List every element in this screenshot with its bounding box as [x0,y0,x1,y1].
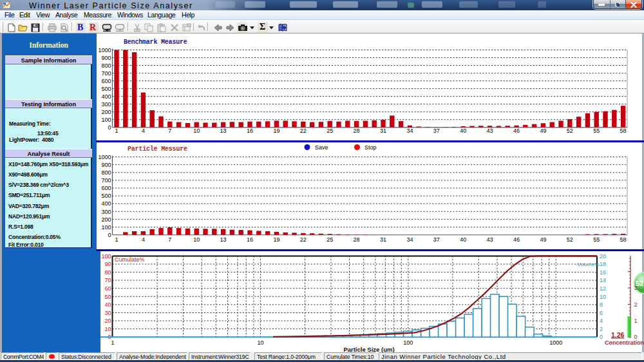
svg-text:37: 37 [433,236,440,243]
svg-text:0: 0 [600,334,603,340]
svg-text:Concentration: Concentration [605,339,644,346]
svg-text:40: 40 [460,236,466,243]
svg-text:52: 52 [567,236,573,243]
svg-text:13: 13 [220,236,227,243]
svg-text:25: 25 [327,128,333,134]
svg-text:6: 6 [600,310,603,316]
svg-text:49: 49 [540,128,546,134]
svg-text:Particle Size (um): Particle Size (um) [343,346,394,352]
svg-text:60: 60 [104,285,111,292]
svg-text:18: 18 [600,261,606,267]
svg-text:300: 300 [101,101,111,108]
svg-text:300: 300 [101,209,111,215]
svg-text:100: 100 [101,117,111,123]
svg-text:200: 200 [101,216,111,223]
svg-text:7: 7 [168,236,171,243]
svg-text:90: 90 [104,261,111,267]
svg-text:0: 0 [108,124,111,131]
svg-text:1: 1 [634,318,638,324]
svg-text:4: 4 [142,236,145,243]
svg-text:22: 22 [300,128,307,134]
svg-text:34: 34 [406,128,413,134]
svg-text:10: 10 [600,294,606,300]
svg-text:31: 31 [380,236,386,243]
svg-text:40: 40 [104,301,111,308]
svg-text:31: 31 [380,128,386,134]
svg-text:500: 500 [101,193,111,199]
svg-text:900: 900 [101,55,111,61]
svg-text:16: 16 [247,128,253,134]
svg-text:46: 46 [513,128,520,134]
svg-text:600: 600 [101,185,111,191]
svg-text:500: 500 [101,86,111,92]
svg-text:19: 19 [273,128,279,134]
svg-text:80: 80 [104,269,111,276]
svg-text:700: 700 [101,177,111,184]
svg-text:900: 900 [101,162,111,168]
svg-text:Stop: Stop [365,144,377,151]
svg-text:Particle Messure: Particle Messure [128,146,187,153]
svg-text:16: 16 [247,236,253,243]
svg-text:1000: 1000 [98,154,111,160]
svg-text:4: 4 [142,128,145,134]
svg-text:20: 20 [600,253,606,260]
svg-text:-Volume%: -Volume% [576,262,599,267]
svg-text:46: 46 [513,236,520,243]
svg-text:70: 70 [104,277,111,283]
svg-text:30: 30 [104,310,111,316]
svg-text:50: 50 [104,294,111,300]
svg-text:2: 2 [634,301,638,308]
svg-text:16: 16 [600,269,606,276]
svg-text:43: 43 [487,128,493,134]
svg-text:400: 400 [101,200,111,207]
svg-text:Cumulate%: Cumulate% [115,256,145,263]
svg-text:400: 400 [101,93,111,100]
svg-text:0: 0 [108,232,111,238]
svg-text:58: 58 [620,128,627,134]
svg-text:58: 58 [620,236,627,243]
svg-text:12: 12 [600,285,606,292]
svg-text:100: 100 [101,224,111,231]
svg-text:14: 14 [600,277,606,283]
svg-text:1: 1 [115,236,118,243]
svg-text:10: 10 [193,128,200,134]
svg-text:55: 55 [593,128,600,134]
svg-text:0: 0 [634,334,638,340]
svg-text:200: 200 [101,109,111,115]
svg-text:3: 3 [634,285,638,291]
svg-text:20: 20 [104,318,111,324]
svg-text:10: 10 [193,236,200,243]
svg-text:49: 49 [540,236,546,243]
svg-text:1: 1 [115,128,118,134]
svg-text:100: 100 [403,339,413,346]
svg-text:600: 600 [101,78,111,84]
svg-text:10: 10 [257,339,263,346]
svg-text:25: 25 [327,236,333,243]
svg-text:Save: Save [315,144,328,151]
svg-text:1.26: 1.26 [611,331,625,339]
svg-text:19: 19 [273,236,279,243]
svg-text:1: 1 [111,339,114,346]
svg-text:40: 40 [460,128,466,134]
svg-text:1000: 1000 [98,47,111,53]
svg-text:10: 10 [104,326,111,332]
svg-text:52: 52 [567,128,573,134]
svg-text:55: 55 [593,236,600,243]
svg-text:22: 22 [300,236,307,243]
svg-text:100: 100 [101,253,111,260]
svg-text:13: 13 [220,128,227,134]
svg-text:4: 4 [600,318,603,324]
svg-text:37: 37 [433,128,440,134]
svg-text:28: 28 [354,128,360,134]
svg-text:800: 800 [101,169,111,176]
svg-text:2: 2 [600,326,603,332]
svg-text:800: 800 [101,62,111,69]
svg-text:7: 7 [168,128,171,134]
svg-text:43: 43 [487,236,493,243]
svg-text:28: 28 [354,236,360,243]
svg-text:1000: 1000 [549,339,562,346]
svg-text:34: 34 [406,236,413,243]
svg-text:Benchmark Measure: Benchmark Measure [124,39,187,46]
svg-text:700: 700 [101,70,111,77]
svg-text:8: 8 [600,301,603,308]
